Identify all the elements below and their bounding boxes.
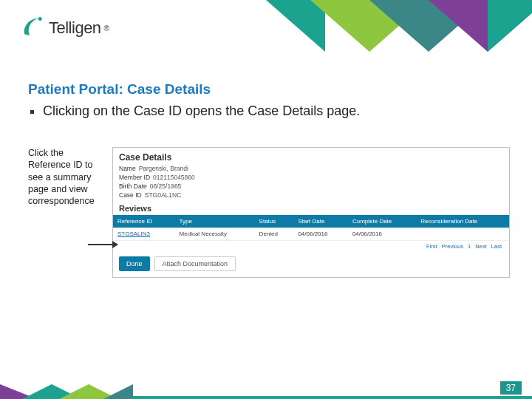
callout-text: Click the Reference ID to see a summary … <box>28 147 103 207</box>
reviews-heading: Reviews <box>113 200 509 215</box>
logo-swoosh-icon <box>21 13 46 43</box>
col-status: Status <box>255 215 294 228</box>
field-member: Member ID012115045860 <box>113 173 509 182</box>
col-type: Type <box>175 215 255 228</box>
bullet-list: Clicking on the Case ID opens the Case D… <box>43 103 510 119</box>
pager: First Previous 1 Next Last <box>113 241 509 252</box>
header-triangles <box>266 0 532 52</box>
panel-title: Case Details <box>113 148 509 164</box>
screenshot-panel: Case Details NamePargenski, Brandi Membe… <box>112 147 510 278</box>
reviews-table: Reference ID Type Status Start Date Comp… <box>113 215 509 241</box>
registered-mark-icon: ® <box>104 24 109 33</box>
pager-prev[interactable]: Previous <box>442 243 463 250</box>
attach-button[interactable]: Attach Documentation <box>154 256 236 271</box>
reference-id-link[interactable]: STGSALIN3 <box>113 228 175 241</box>
col-ref: Reference ID <box>113 215 175 228</box>
bullet-item: Clicking on the Case ID opens the Case D… <box>43 103 510 119</box>
pager-last[interactable]: Last <box>491 243 502 250</box>
footer-triangles <box>0 384 133 399</box>
cell-type: Medical Necessity <box>175 228 255 241</box>
pager-next[interactable]: Next <box>475 243 486 250</box>
done-button[interactable]: Done <box>119 256 150 271</box>
col-start: Start Date <box>293 215 348 228</box>
field-case: Case IDSTG0AL1NC <box>113 191 509 200</box>
cell-recon <box>416 228 509 241</box>
pager-page[interactable]: 1 <box>468 243 471 250</box>
col-recon: Reconsideration Date <box>416 215 509 228</box>
callout-arrow-icon <box>88 244 117 245</box>
logo-text: Telligen <box>49 18 101 38</box>
page-number: 37 <box>500 381 522 395</box>
cell-start: 04/06/2016 <box>293 228 348 241</box>
col-complete: Complete Date <box>348 215 416 228</box>
table-row: STGSALIN3 Medical Necessity Denied 04/06… <box>113 228 509 241</box>
field-name: NamePargenski, Brandi <box>113 164 509 173</box>
brand-logo: Telligen ® <box>21 13 109 43</box>
pager-first[interactable]: First <box>426 243 437 250</box>
svg-point-0 <box>38 17 42 21</box>
cell-status: Denied <box>255 228 294 241</box>
field-birth: Birth Date08/25/1965 <box>113 182 509 191</box>
slide-heading: Patient Portal: Case Details <box>28 81 510 98</box>
cell-complete: 04/06/2016 <box>348 228 416 241</box>
